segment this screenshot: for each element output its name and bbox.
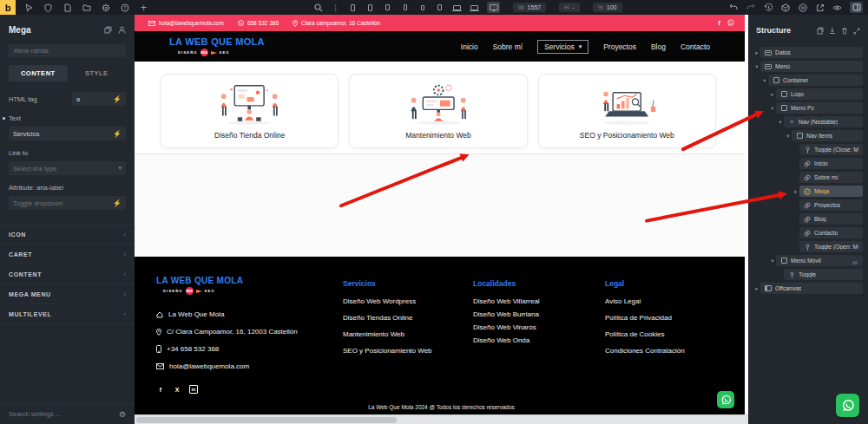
user-icon[interactable] [118, 22, 126, 37]
chevron-down-icon[interactable]: ▾ [777, 119, 784, 126]
footer-link[interactable]: Diseño Web Vinarós [473, 323, 540, 331]
chevron-right-icon[interactable]: ▸ [792, 188, 799, 195]
breakpoint-mobile-4-icon[interactable] [400, 2, 410, 13]
link-type-select[interactable]: Select link type ▾ [9, 161, 126, 175]
chevron-right-icon[interactable]: ▸ [769, 91, 776, 98]
footer-link[interactable]: Política de Cookies [605, 330, 685, 338]
mega-card-seo[interactable]: SEO y Posicionamiento Web [538, 74, 716, 148]
element-id-field[interactable] [9, 44, 126, 57]
cursor-icon[interactable] [24, 2, 34, 13]
linkedin-icon[interactable]: in [189, 385, 198, 394]
footer-link[interactable]: Política de Privacidad [605, 314, 685, 322]
nav-item-servicios[interactable]: Servicios ▾ [537, 40, 589, 54]
hidden-eye-icon[interactable] [852, 253, 858, 269]
breakpoint-mobile-5-icon[interactable] [418, 2, 427, 13]
whatsapp-floating-button[interactable] [717, 391, 734, 408]
element-id-input[interactable] [14, 48, 121, 54]
tree-item-nav-nestable[interactable]: ≡Nav (Nestable) [784, 116, 863, 127]
wordpress-icon[interactable]: W [798, 2, 807, 13]
footer-logo[interactable]: LA WEB QUE MOLA DISEÑO WEB SEO [156, 276, 243, 295]
tree-item-mega[interactable]: Mega [799, 186, 863, 197]
chevron-down-icon[interactable]: ▾ [769, 258, 776, 264]
nav-item-inicio[interactable]: Inicio [461, 42, 478, 51]
nav-item-blog[interactable]: Blog [651, 42, 666, 51]
breakpoint-desktop-icon[interactable] [487, 2, 500, 13]
history-icon[interactable] [763, 2, 773, 13]
page-icon[interactable] [62, 2, 72, 13]
help-icon[interactable]: ? [120, 2, 129, 13]
tree-item-logo[interactable]: Logo [776, 88, 863, 100]
copy-element-icon[interactable] [104, 22, 112, 37]
breakpoint-mobile-1-icon[interactable] [348, 2, 358, 13]
section-multilevel[interactable]: MULTILEVEL› [0, 304, 135, 324]
footer-link[interactable]: Diseño Web Onda [473, 336, 540, 344]
nav-item-contacto[interactable]: Contacto [681, 42, 710, 51]
text-input[interactable] [13, 130, 109, 138]
tree-item-inicio[interactable]: Inicio [799, 158, 863, 169]
import-icon[interactable] [829, 23, 836, 38]
footer-link[interactable]: SEO y Posicionamiento Web [343, 347, 432, 355]
eye-icon[interactable] [832, 2, 842, 13]
section-icon[interactable]: ICON› [0, 225, 135, 245]
dynamic-data-icon[interactable]: ⚡ [113, 95, 122, 103]
tree-item-datos[interactable]: Datos [760, 47, 863, 58]
tree-item-toggle-open[interactable]: Toggle (Open: Mobile) [799, 241, 863, 252]
chevron-right-icon[interactable]: ▸ [753, 285, 760, 292]
tree-item-offcanvas[interactable]: Offcanvas [760, 283, 863, 294]
canvas-width-field[interactable]: W1557 [513, 3, 546, 12]
copy-icon[interactable] [817, 23, 824, 38]
footer-link[interactable]: Mantenimiento Web [343, 330, 432, 338]
topbar-phone[interactable]: 658 532 386 [238, 20, 279, 26]
footer-link[interactable]: Condiciones Contratación [605, 347, 685, 355]
aria-label-field[interactable]: ⚡ [9, 196, 126, 210]
tree-item-container[interactable]: Container [768, 75, 863, 86]
x-icon[interactable]: X [173, 385, 181, 394]
aria-label-input[interactable] [13, 199, 109, 207]
undo-icon[interactable] [728, 2, 738, 13]
breakpoint-laptop-icon[interactable] [452, 2, 462, 13]
section-content[interactable]: CONTENT› [0, 264, 135, 284]
dynamic-data-icon[interactable]: ⚡ [113, 199, 122, 207]
tab-style[interactable]: STYLE [68, 65, 127, 82]
site-logo[interactable]: LA WEB QUE MOLA DISEÑO WEB SEO [169, 36, 265, 56]
tree-item-sobre-mi[interactable]: Sobre mí [799, 172, 863, 183]
section-caret[interactable]: CARET› [0, 245, 135, 264]
bricks-logo[interactable]: b [0, 0, 16, 15]
kebab-menu-icon[interactable]: ⋮ [331, 2, 340, 13]
footer-link[interactable]: Diseño Web Villarreal [473, 297, 540, 305]
redo-icon[interactable] [746, 2, 755, 13]
footer-link[interactable]: Diseño Web Burriana [473, 310, 540, 318]
chevron-down-icon[interactable]: ▾ [761, 77, 768, 84]
horizontal-scrollbar[interactable] [135, 414, 748, 424]
delete-icon[interactable] [841, 23, 848, 38]
breakpoint-mobile-2-icon[interactable] [365, 2, 375, 13]
tree-item-proyectos[interactable]: Proyectos [799, 199, 863, 211]
tab-content[interactable]: CONTENT [9, 65, 68, 82]
tree-item-contacto[interactable]: Contacto [799, 227, 863, 238]
tree-item-blog[interactable]: Blog [799, 213, 863, 225]
shield-icon[interactable] [43, 2, 53, 13]
gear-icon[interactable] [101, 2, 110, 13]
html-tag-field[interactable]: ⚡ [72, 92, 126, 106]
chevron-down-icon[interactable]: ▾ [769, 105, 776, 112]
chevron-right-icon[interactable]: ▸ [753, 49, 760, 56]
whatsapp-floating-button-2[interactable] [836, 394, 859, 417]
tree-item-menu-movil[interactable]: Menú Móvil [776, 255, 863, 266]
breakpoint-tablet-icon[interactable] [435, 2, 444, 13]
add-element-icon[interactable]: + [139, 2, 148, 13]
facebook-icon[interactable]: f [156, 385, 165, 394]
footer-link[interactable]: Diseño Web Wordpress [343, 297, 432, 305]
html-tag-input[interactable] [76, 95, 109, 103]
search-settings-input[interactable] [9, 410, 119, 418]
facebook-icon[interactable]: f [718, 19, 720, 27]
gear-icon[interactable]: ⚙ [119, 410, 126, 419]
dynamic-data-icon[interactable]: ⚡ [113, 130, 122, 138]
breakpoint-laptop-lg-icon[interactable] [470, 2, 479, 13]
topbar-address[interactable]: Clara campoamor, 16 Castellón [293, 20, 380, 27]
tree-item-menu-pc[interactable]: Menú Pc [776, 102, 863, 114]
canvas-zoom-field[interactable]: %100 [593, 3, 622, 12]
expand-icon[interactable] [853, 23, 860, 38]
chevron-down-icon[interactable]: ▾ [785, 133, 792, 140]
external-link-icon[interactable] [815, 2, 825, 13]
tree-item-toggle-close[interactable]: Toggle (Close: Mobile) [799, 144, 863, 155]
